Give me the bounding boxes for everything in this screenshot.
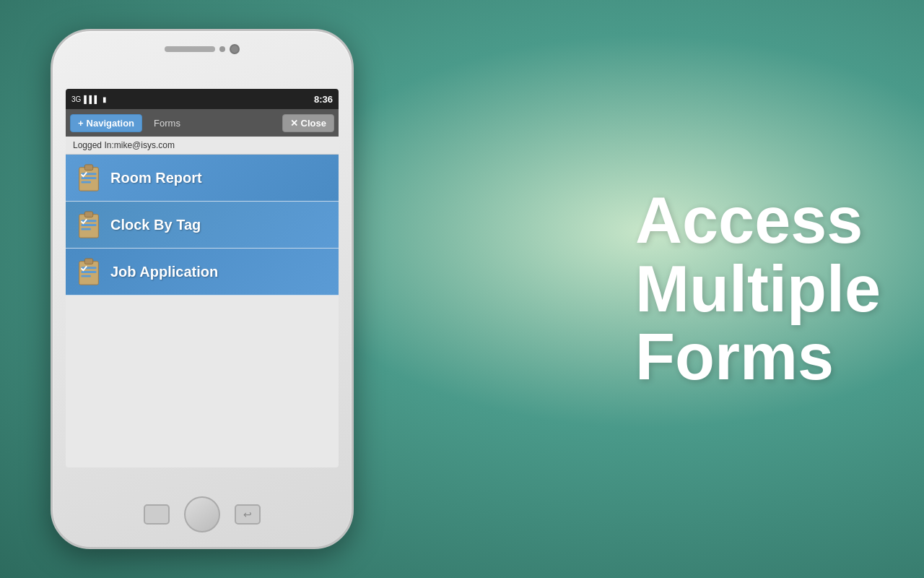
room-report-label: Room Report [110,170,202,186]
signal-icon: ▌▌▌ [84,95,99,103]
svg-rect-11 [84,259,92,264]
clipboard-icon-room-report [76,163,102,192]
status-left: 3G ▌▌▌ ▮ [71,95,107,103]
back-hardware-button[interactable]: ↩ [235,504,261,525]
battery-icon: ▮ [103,95,107,103]
close-icon: ✕ [290,118,298,129]
speaker [165,46,215,52]
svg-rect-1 [84,165,92,171]
svg-rect-12 [82,267,97,269]
plus-icon: + [78,118,84,129]
svg-rect-10 [79,262,99,285]
navigation-label: Navigation [87,118,134,129]
phone-bottom-buttons: ↩ [144,496,261,532]
clock-by-tag-label: Clock By Tag [110,217,201,233]
menu-item-clock-by-tag[interactable]: Clock By Tag [66,202,339,249]
svg-rect-8 [82,224,97,226]
camera [230,44,240,54]
promo-text-block: Access Multiple Forms [635,186,881,392]
clipboard-icon-job-application [76,257,102,286]
data-icon: 3G [71,95,81,103]
promo-line3: Forms [635,323,881,392]
promo-line1: Access [635,186,881,255]
svg-rect-2 [82,173,97,175]
menu-list: Room Report Clock By Tag [66,155,339,296]
promo-line2: Multiple [635,255,881,324]
navigation-button[interactable]: + Navigation [70,114,142,132]
mic-dot [219,46,225,52]
nav-bar: + Navigation Forms ✕ Close [66,109,339,137]
svg-rect-7 [82,220,97,222]
job-application-label: Job Application [110,264,218,280]
forms-button[interactable]: Forms [147,115,188,131]
svg-rect-9 [82,228,91,230]
svg-rect-3 [82,177,97,179]
phone-top-bar [165,44,240,54]
time-display: 8:36 [314,94,333,105]
menu-hardware-button[interactable] [144,504,170,525]
svg-rect-13 [82,271,97,273]
close-button[interactable]: ✕ Close [282,114,334,132]
svg-rect-4 [82,181,91,184]
svg-rect-6 [84,212,92,217]
close-label: Close [301,118,326,129]
phone-mockup: 3G ▌▌▌ ▮ 8:36 + Navigation Forms ✕ Close [51,29,354,549]
logged-in-text: Logged In:mike@isys.com [66,137,339,155]
forms-label: Forms [154,118,180,129]
clipboard-icon-clock-by-tag [76,210,102,239]
home-hardware-button[interactable] [184,496,220,532]
menu-item-job-application[interactable]: Job Application [66,249,339,296]
svg-rect-5 [79,215,99,238]
menu-item-room-report[interactable]: Room Report [66,155,339,202]
phone-body: 3G ▌▌▌ ▮ 8:36 + Navigation Forms ✕ Close [51,29,354,549]
phone-screen: 3G ▌▌▌ ▮ 8:36 + Navigation Forms ✕ Close [66,89,339,467]
status-bar: 3G ▌▌▌ ▮ 8:36 [66,89,339,109]
svg-rect-14 [82,275,91,277]
